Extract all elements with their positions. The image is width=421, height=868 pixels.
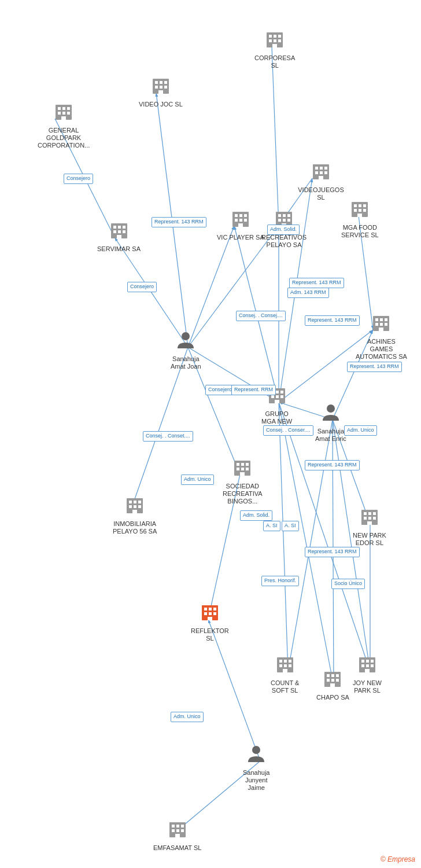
svg-rect-91: [123, 230, 125, 233]
svg-line-1: [272, 46, 279, 226]
svg-rect-80: [287, 214, 290, 217]
building-icon-emfasamat: [167, 819, 188, 843]
svg-rect-87: [118, 226, 121, 229]
svg-rect-122: [138, 501, 141, 503]
svg-rect-113: [241, 463, 244, 466]
svg-rect-73: [235, 219, 238, 222]
node-label-mga_food: MGA FOOD SERVICE SL: [341, 224, 379, 239]
node-label-reflektor: REFLEKTOR SL: [191, 627, 229, 642]
svg-rect-118: [240, 472, 245, 476]
svg-rect-134: [367, 521, 372, 525]
node-emfasamat: EMFASAMAT SL: [153, 819, 201, 852]
svg-rect-97: [375, 323, 378, 326]
svg-rect-38: [155, 81, 158, 84]
badge-adm_unico_r: Adm. Unico: [171, 712, 204, 722]
svg-rect-46: [58, 107, 61, 110]
building-icon-reflektor: [200, 602, 220, 626]
node-label-inmobiliaria: INMOBILIARIA PELAYO 56 SA: [113, 520, 157, 535]
svg-rect-132: [368, 517, 371, 520]
svg-rect-145: [284, 660, 287, 663]
badge-represent3: Represent. 143 RRM: [305, 315, 360, 326]
svg-line-6: [188, 226, 234, 347]
svg-rect-165: [371, 664, 374, 667]
watermark: © Empresa: [381, 855, 415, 863]
svg-rect-47: [62, 107, 65, 110]
svg-rect-55: [320, 167, 323, 170]
svg-rect-44: [158, 90, 163, 94]
svg-rect-173: [176, 829, 179, 832]
badge-consej_consej1: Consej. . Consej....: [236, 311, 286, 321]
node-general_goldpark: GENERAL GOLDPARK CORPORATION...: [38, 101, 90, 150]
svg-rect-71: [239, 214, 242, 217]
node-label-general_goldpark: GENERAL GOLDPARK CORPORATION...: [38, 127, 90, 150]
svg-rect-72: [244, 214, 247, 217]
node-label-joy_new_park: JOY NEW PARK SL: [353, 679, 382, 694]
badge-consejero1: Consejero: [64, 174, 93, 184]
node-label-machines_games: ACHINES GAMES AUTOMATICS SA: [356, 338, 407, 361]
svg-rect-100: [379, 328, 383, 331]
svg-rect-89: [113, 230, 116, 233]
svg-rect-108: [280, 395, 283, 398]
svg-rect-54: [315, 167, 318, 170]
svg-rect-32: [278, 35, 281, 38]
building-icon-new_park_edor: [359, 506, 380, 531]
svg-rect-107: [276, 395, 279, 398]
badge-represent5: Represent. 143 RRM: [305, 460, 360, 470]
node-joy_new_park: JOY NEW PARK SL: [353, 654, 382, 694]
svg-rect-170: [176, 825, 179, 827]
svg-rect-153: [331, 674, 334, 677]
svg-line-19: [288, 420, 333, 671]
svg-rect-158: [330, 683, 335, 687]
svg-rect-74: [239, 219, 242, 222]
node-sociedad_recreativa: SOCIEDAD RECREATIVA BINGOS...: [223, 457, 263, 506]
node-label-sanahuja_joan: Sanahuja Amat Joan: [171, 355, 201, 370]
badge-adm1: Adm. 143 RRM: [287, 288, 329, 298]
svg-rect-136: [204, 608, 207, 610]
node-label-count_soft: COUNT & SOFT SL: [271, 679, 299, 694]
svg-rect-76: [238, 223, 243, 227]
svg-rect-161: [366, 660, 369, 663]
graph-container: CORPORESA SL VIDEO JOC SL GENERAL GOLDPA…: [0, 0, 421, 868]
svg-rect-138: [213, 608, 216, 610]
svg-rect-40: [164, 81, 167, 84]
svg-rect-155: [327, 679, 330, 682]
svg-rect-137: [209, 608, 212, 610]
node-vic_player: VIC PLAYER SA: [217, 208, 264, 241]
node-video_joc: VIDEO JOC SL: [139, 75, 183, 108]
svg-rect-154: [336, 674, 339, 677]
svg-rect-94: [375, 318, 378, 321]
node-label-servimar: SERVIMAR SA: [97, 245, 141, 253]
node-sanahuja_joan: Sanahuja Amat Joan: [171, 330, 201, 370]
building-icon-video_joc: [150, 75, 171, 100]
svg-rect-65: [354, 209, 357, 212]
svg-rect-82: [283, 219, 286, 222]
svg-rect-129: [368, 512, 371, 515]
svg-rect-126: [132, 510, 137, 513]
node-label-new_park_edor: NEW PARK EDOR SL: [353, 532, 386, 547]
svg-rect-96: [385, 318, 387, 321]
svg-rect-31: [274, 35, 276, 38]
badge-adm_si2: A. SI: [282, 521, 299, 531]
badge-adm_si1: A. SI: [263, 521, 280, 531]
svg-rect-130: [373, 512, 376, 515]
badge-adm_solid2: Adm. Solid.: [240, 510, 272, 521]
svg-rect-78: [278, 214, 281, 217]
node-count_soft: COUNT & SOFT SL: [271, 654, 299, 694]
svg-line-27: [279, 402, 334, 686]
svg-rect-152: [327, 674, 330, 677]
node-label-emfasamat: EMFASAMAT SL: [153, 844, 201, 852]
svg-rect-60: [319, 176, 323, 179]
building-icon-inmobiliaria: [124, 495, 145, 519]
svg-rect-70: [235, 214, 238, 217]
badge-consej_consej2: Consej. . Conser....: [263, 425, 313, 436]
svg-rect-172: [172, 829, 175, 832]
svg-rect-120: [129, 501, 132, 503]
building-icon-vic_player: [230, 208, 251, 233]
svg-rect-124: [134, 505, 136, 508]
svg-rect-125: [138, 505, 141, 508]
svg-rect-131: [364, 517, 367, 520]
badge-represent6: Represent. 143 RRM: [305, 547, 360, 557]
svg-rect-146: [289, 660, 291, 663]
node-label-sanahuja_enric: Sanahuja Amat Enric: [315, 428, 346, 443]
node-inmobiliaria: INMOBILIARIA PELAYO 56 SA: [113, 495, 157, 535]
